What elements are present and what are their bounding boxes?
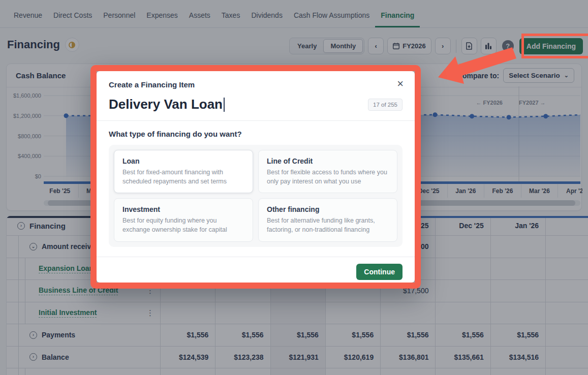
close-icon[interactable]: ×	[397, 79, 404, 88]
char-count-badge: 17 of 255	[368, 99, 403, 111]
text-cursor	[224, 98, 225, 112]
option-description: Best for equity funding where you exchan…	[122, 216, 244, 234]
annotation-box-modal: Create a Financing Item × Delivery Van L…	[90, 65, 421, 289]
continue-button[interactable]: Continue	[356, 264, 403, 280]
option-title: Other financing	[267, 205, 389, 213]
option-description: Best for alternative funding like grants…	[267, 216, 389, 234]
financing-name-input[interactable]: Delivery Van Loan	[109, 97, 225, 112]
financing-type-options: Loan Best for fixed-amount financing wit…	[109, 145, 403, 247]
modal-title: Create a Financing Item	[109, 80, 195, 89]
option-title: Line of Credit	[267, 157, 389, 165]
create-financing-modal: Create a Financing Item × Delivery Van L…	[97, 71, 415, 283]
financing-type-question: What type of financing do you want?	[97, 121, 415, 138]
option-card-line-of-credit[interactable]: Line of Credit Best for flexible access …	[258, 150, 397, 193]
option-card-other-financing[interactable]: Other financing Best for alternative fun…	[258, 198, 397, 241]
option-description: Best for fixed-amount financing with sch…	[122, 168, 244, 186]
option-title: Investment	[122, 205, 244, 213]
annotation-box-add-financing	[521, 34, 588, 58]
financing-name-value: Delivery Van Loan	[109, 97, 223, 112]
option-description: Best for flexible access to funds where …	[267, 168, 389, 186]
option-title: Loan	[122, 157, 244, 165]
app-screen: RevenueDirect CostsPersonnelExpensesAsse…	[0, 0, 588, 375]
option-card-investment[interactable]: Investment Best for equity funding where…	[114, 198, 253, 241]
option-card-loan[interactable]: Loan Best for fixed-amount financing wit…	[114, 150, 253, 193]
